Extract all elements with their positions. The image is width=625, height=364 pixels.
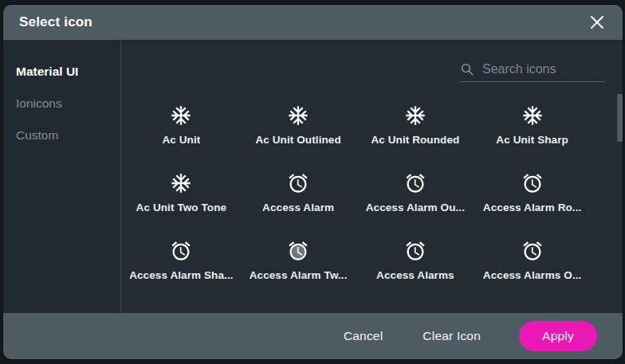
icon-label: Access Alarm Sha... [129, 269, 233, 281]
icon-grid-item[interactable]: Ac Unit Sharp [474, 91, 591, 159]
icon-label: Ac Unit Sharp [496, 134, 568, 146]
clear-icon-button[interactable]: Clear Icon [421, 324, 482, 348]
access-alarm-icon [521, 240, 544, 262]
ac-unit-icon [287, 104, 309, 127]
search-icon [460, 62, 474, 76]
sidebar-item-material-ui[interactable]: Material UI [3, 56, 120, 88]
scrollbar-thumb[interactable] [617, 94, 623, 142]
access-alarm-icon [170, 240, 192, 262]
sidebar: Material UIIoniconsCustom [3, 40, 121, 313]
access-alarm-icon [404, 172, 426, 194]
icon-grid-item[interactable]: Access Alarms O... [474, 226, 591, 294]
access-alarm-icon [287, 172, 309, 194]
icon-grid-item[interactable]: Access Alarm Ou... [357, 159, 474, 226]
close-button[interactable] [586, 11, 608, 33]
icon-grid-item[interactable]: Ac Unit [123, 91, 240, 159]
icon-label: Access Alarms [376, 269, 454, 281]
icon-grid-item[interactable]: Ac Unit Outlined [240, 91, 357, 159]
dialog-title: Select icon [19, 14, 586, 30]
ac-unit-icon [404, 104, 426, 127]
search-input[interactable] [481, 61, 605, 77]
access-alarm-two-tone-icon [287, 240, 309, 262]
icon-grid: Ac UnitAc Unit OutlinedAc Unit RoundedAc… [123, 91, 591, 294]
icon-panel: Ac UnitAc Unit OutlinedAc Unit RoundedAc… [121, 40, 623, 313]
icon-label: Access Alarm Tw... [250, 269, 348, 281]
icon-grid-item[interactable]: Ac Unit Two Tone [123, 159, 240, 226]
icon-label: Access Alarms O... [483, 269, 582, 281]
ac-unit-icon [521, 104, 544, 127]
icon-grid-item[interactable]: Access Alarm Tw... [240, 226, 357, 294]
cancel-button[interactable]: Cancel [342, 324, 384, 348]
dialog-footer: Cancel Clear Icon Apply [3, 313, 623, 359]
sidebar-item-ionicons[interactable]: Ionicons [3, 88, 120, 119]
search-box[interactable] [460, 57, 605, 82]
dialog-header: Select icon [3, 5, 623, 40]
ac-unit-icon [170, 104, 192, 127]
icon-label: Ac Unit Rounded [371, 134, 459, 146]
close-icon [588, 14, 606, 31]
access-alarm-icon [521, 172, 544, 194]
dialog-body: Material UIIoniconsCustom Ac UnitAc Unit… [3, 40, 623, 313]
icon-label: Ac Unit Outlined [255, 134, 340, 146]
apply-button[interactable]: Apply [519, 321, 597, 351]
access-alarm-icon [404, 240, 426, 262]
icon-label: Access Alarm Ou... [366, 202, 465, 213]
icon-label: Ac Unit Two Tone [136, 202, 227, 213]
icon-label: Access Alarm Ro... [483, 202, 582, 213]
ac-unit-icon [170, 172, 192, 194]
icon-label: Ac Unit [162, 134, 200, 146]
icon-grid-item[interactable]: Access Alarms [357, 226, 474, 294]
icon-label: Access Alarm [262, 202, 334, 213]
icon-grid-item[interactable]: Access Alarm Ro... [474, 159, 591, 226]
sidebar-item-custom[interactable]: Custom [3, 119, 120, 151]
icon-grid-item[interactable]: Access Alarm [240, 159, 357, 226]
icon-grid-item[interactable]: Ac Unit Rounded [357, 91, 474, 159]
icon-grid-item[interactable]: Access Alarm Sha... [123, 226, 240, 294]
select-icon-dialog: Select icon Material UIIoniconsCustom Ac… [3, 5, 623, 359]
content-scrollbar[interactable] [616, 40, 623, 313]
